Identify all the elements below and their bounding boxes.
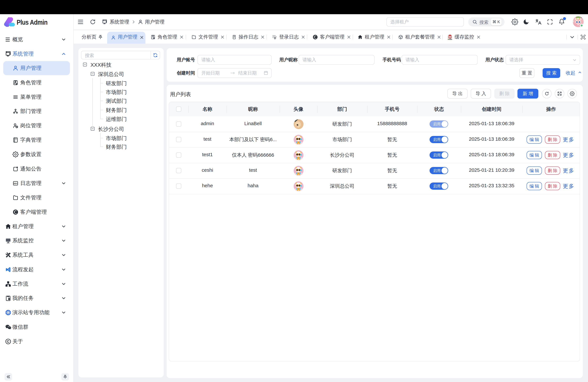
svg-text:DEV: DEV <box>14 183 18 185</box>
svg-text:redis: redis <box>448 38 452 40</box>
